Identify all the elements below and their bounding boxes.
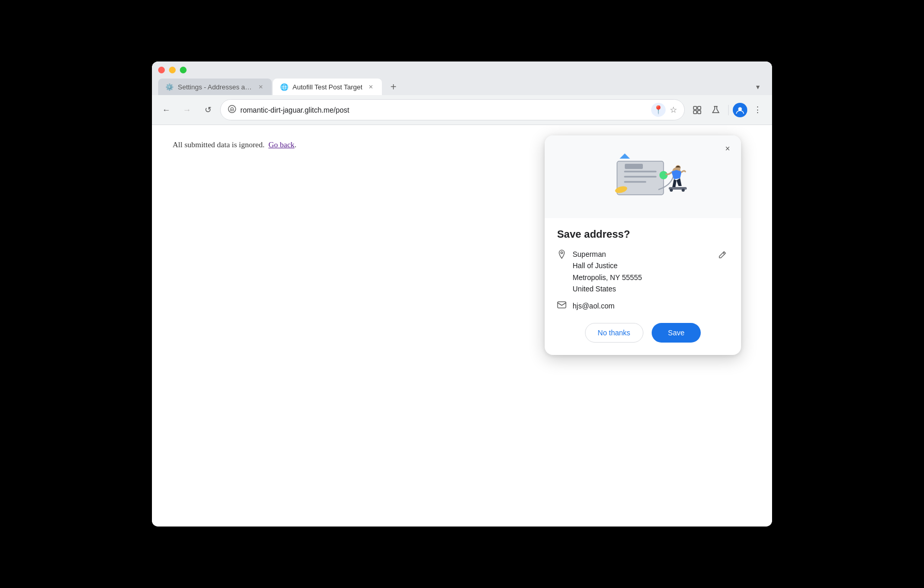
- no-thanks-button[interactable]: No thanks: [585, 323, 643, 343]
- email-icon: [557, 301, 566, 311]
- address-country: United States: [573, 283, 709, 295]
- settings-tab-title: Settings - Addresses and mo: [178, 83, 252, 91]
- settings-tab-close[interactable]: ✕: [256, 83, 265, 91]
- minimize-window-button[interactable]: [169, 67, 176, 73]
- maximize-window-button[interactable]: [180, 67, 187, 73]
- page-content: All submitted data is ignored. Go back.: [152, 125, 772, 527]
- autofill-tab-title: Autofill Test Post Target: [292, 83, 362, 91]
- location-icon[interactable]: 📍: [651, 103, 666, 117]
- svg-point-1: [230, 110, 234, 111]
- extensions-button[interactable]: [689, 102, 705, 118]
- svg-point-15: [659, 171, 668, 179]
- save-address-popup: × Save address? Superman: [545, 135, 741, 355]
- address-name: Superman: [573, 249, 709, 260]
- bookmark-icon[interactable]: ☆: [670, 105, 677, 115]
- address-details: Superman Hall of Justice Metropolis, NY …: [573, 249, 709, 295]
- svg-point-21: [561, 252, 563, 254]
- svg-rect-12: [625, 164, 643, 169]
- profile-avatar[interactable]: [733, 103, 747, 117]
- url-text: romantic-dirt-jaguar.glitch.me/post: [240, 106, 647, 114]
- forward-button[interactable]: →: [179, 102, 195, 118]
- security-icon: [228, 105, 236, 115]
- popup-actions: No thanks Save: [557, 323, 729, 343]
- nav-bar: ← → ↺ romantic-dirt-jaguar.glitch.me/pos…: [152, 95, 772, 125]
- browser-window: ⚙️ Settings - Addresses and mo ✕ 🌐 Autof…: [152, 61, 772, 527]
- address-location-icon: [557, 250, 566, 261]
- page-content-text: All submitted data is ignored.: [173, 141, 265, 149]
- tabs-row: ⚙️ Settings - Addresses and mo ✕ 🌐 Autof…: [158, 79, 766, 95]
- go-back-link[interactable]: Go back: [268, 141, 294, 149]
- reload-button[interactable]: ↺: [199, 102, 216, 118]
- email-row: hjs@aol.com: [557, 301, 729, 311]
- popup-illustration: ×: [545, 135, 741, 218]
- popup-close-button[interactable]: ×: [720, 142, 735, 156]
- period: .: [295, 141, 297, 149]
- email-text: hjs@aol.com: [573, 302, 614, 310]
- nav-divider: [728, 105, 729, 115]
- popup-body: Save address? Superman Hall of Justice M…: [545, 218, 741, 355]
- autofill-tab-icon: 🌐: [280, 83, 288, 91]
- svg-marker-13: [620, 153, 630, 159]
- nav-icons-right: ⋮: [689, 102, 766, 118]
- illustration-svg: [591, 143, 695, 210]
- tab-settings[interactable]: ⚙️ Settings - Addresses and mo ✕: [158, 79, 272, 95]
- lab-button[interactable]: [707, 102, 724, 118]
- address-edit-button[interactable]: [715, 249, 729, 265]
- address-line2: Metropolis, NY 55555: [573, 272, 709, 283]
- svg-rect-5: [698, 111, 701, 114]
- svg-point-19: [670, 189, 673, 192]
- back-button[interactable]: ←: [158, 102, 175, 118]
- popup-title: Save address?: [557, 228, 729, 240]
- more-options-button[interactable]: ⋮: [749, 102, 766, 118]
- svg-rect-3: [698, 106, 701, 110]
- address-line1: Hall of Justice: [573, 260, 709, 271]
- svg-point-20: [682, 189, 685, 192]
- close-window-button[interactable]: [158, 67, 165, 73]
- svg-rect-4: [694, 111, 697, 114]
- save-button[interactable]: Save: [652, 323, 701, 343]
- settings-tab-icon: ⚙️: [165, 83, 174, 91]
- new-tab-button[interactable]: +: [385, 79, 402, 95]
- title-bar: ⚙️ Settings - Addresses and mo ✕ 🌐 Autof…: [152, 61, 772, 95]
- autofill-tab-close[interactable]: ✕: [366, 83, 375, 91]
- window-controls: [158, 67, 766, 73]
- popup-overlay: × Save address? Superman: [152, 125, 772, 527]
- address-row: Superman Hall of Justice Metropolis, NY …: [557, 249, 729, 295]
- tab-dropdown-button[interactable]: ▾: [749, 79, 766, 95]
- address-bar[interactable]: romantic-dirt-jaguar.glitch.me/post 📍 ☆: [220, 99, 685, 120]
- tab-autofill[interactable]: 🌐 Autofill Test Post Target ✕: [273, 79, 382, 95]
- svg-rect-2: [694, 106, 697, 110]
